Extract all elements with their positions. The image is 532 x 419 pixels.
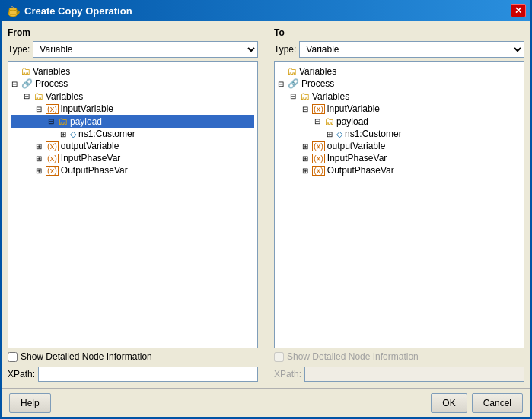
to-type-label: Type:	[274, 44, 296, 55]
tree-item[interactable]: ⊞◇ns1:Customer	[278, 128, 521, 140]
expand-icon[interactable]: ⊟	[48, 117, 57, 125]
footer-right: OK Cancel	[431, 393, 523, 413]
node-label: InputPhaseVar	[327, 153, 387, 163]
to-panel: To Type: Variable 🗂Variables⊟🔗Process⊟🗂V…	[269, 27, 524, 382]
expand-icon[interactable]: ⊞	[302, 154, 311, 163]
to-xpath-input[interactable]	[304, 367, 524, 382]
tree-item[interactable]: ⊞(x)OutputPhaseVar	[11, 164, 254, 176]
from-xpath-input[interactable]	[38, 367, 258, 382]
from-xpath-label: XPath:	[8, 369, 35, 379]
expand-icon[interactable]: ⊟	[278, 80, 287, 88]
tree-item[interactable]: ⊟🗂Variables	[11, 90, 254, 103]
close-button[interactable]: ✕	[511, 4, 526, 17]
process-icon: 🔗	[21, 78, 33, 89]
var-icon: (x)	[312, 154, 325, 163]
expand-icon[interactable]: ⊟	[290, 92, 299, 100]
node-label: inputVariable	[327, 103, 380, 114]
folder-icon: 🗂	[287, 65, 297, 77]
from-bottom: Show Detailed Node Information XPath:	[8, 351, 258, 382]
from-xpath-row: XPath:	[8, 367, 258, 382]
tree-item[interactable]: ⊟🗂payload	[11, 115, 254, 128]
tree-item[interactable]: ⊞(x)OutputPhaseVar	[278, 164, 521, 176]
help-button[interactable]: Help	[9, 393, 51, 413]
to-show-detailed-label: Show Detailed Node Information	[287, 351, 419, 362]
var-icon: (x)	[312, 141, 325, 151]
node-label: outputVariable	[61, 141, 119, 151]
ok-button[interactable]: OK	[431, 393, 467, 413]
expand-icon[interactable]: ⊟	[302, 105, 311, 113]
tree-item[interactable]: 🗂Variables	[278, 65, 521, 78]
node-label: outputVariable	[327, 141, 386, 151]
tree-item[interactable]: ⊞(x)InputPhaseVar	[278, 152, 521, 164]
from-tree[interactable]: 🗂Variables⊟🔗Process⊟🗂Variables⊟(x)inputV…	[8, 61, 258, 348]
xml-icon: ◇	[70, 129, 76, 139]
to-bottom: Show Detailed Node Information XPath:	[274, 351, 524, 382]
node-label: Process	[301, 78, 334, 89]
expand-icon[interactable]: ⊞	[60, 130, 69, 138]
from-type-row: Type: Variable	[8, 41, 258, 58]
to-show-detailed-checkbox[interactable]	[274, 352, 284, 362]
node-label: Variables	[46, 91, 83, 102]
var-icon: (x)	[46, 141, 59, 151]
folder-icon: 🗂	[21, 65, 30, 77]
from-checkbox-row: Show Detailed Node Information	[8, 351, 258, 362]
title-bar: Create Copy Operation ✕	[2, 0, 530, 21]
to-tree[interactable]: 🗂Variables⊟🔗Process⊟🗂Variables⊟(x)inputV…	[274, 61, 524, 348]
dialog-body: From Type: Variable 🗂Variables⊟🔗Process⊟…	[2, 21, 530, 388]
folder-icon: 🗂	[300, 90, 310, 102]
from-show-detailed-label: Show Detailed Node Information	[21, 351, 152, 362]
expand-icon[interactable]: ⊟	[314, 117, 323, 125]
expand-icon[interactable]: ⊞	[36, 167, 45, 175]
from-type-label: Type:	[8, 44, 30, 55]
expand-icon[interactable]: ⊞	[36, 154, 45, 163]
tree-item[interactable]: ⊟(x)inputVariable	[11, 103, 254, 115]
tree-item[interactable]: ⊟🗂payload	[278, 115, 521, 128]
folder-icon: 🗂	[58, 116, 68, 127]
to-type-select[interactable]: Variable	[299, 41, 524, 58]
to-xpath-row: XPath:	[274, 367, 524, 382]
expand-icon[interactable]: ⊞	[327, 130, 336, 138]
from-type-select[interactable]: Variable	[33, 41, 258, 58]
folder-icon: 🗂	[324, 116, 334, 127]
var-icon: (x)	[46, 166, 59, 176]
tree-item[interactable]: ⊞◇ns1:Customer	[11, 128, 254, 140]
tree-item[interactable]: ⊞(x)InputPhaseVar	[11, 152, 254, 164]
node-label: payload	[70, 116, 102, 127]
node-label: Variables	[299, 66, 336, 77]
expand-icon[interactable]: ⊟	[24, 92, 33, 100]
node-label: Variables	[33, 66, 70, 77]
dialog-title: Create Copy Operation	[24, 5, 511, 17]
node-label: payload	[336, 116, 368, 127]
tree-item[interactable]: ⊞(x)outputVariable	[278, 140, 521, 152]
tree-item[interactable]: ⊟(x)inputVariable	[278, 103, 521, 115]
to-label: To	[274, 27, 524, 38]
tree-item[interactable]: 🗂Variables	[11, 65, 254, 78]
dialog: Create Copy Operation ✕ From Type: Varia…	[0, 0, 532, 419]
folder-icon: 🗂	[33, 90, 43, 102]
tree-item[interactable]: ⊟🔗Process	[11, 78, 254, 90]
from-panel: From Type: Variable 🗂Variables⊟🔗Process⊟…	[8, 27, 263, 382]
node-label: OutputPhaseVar	[61, 165, 128, 176]
var-icon: (x)	[312, 104, 325, 114]
node-label: InputPhaseVar	[61, 153, 121, 163]
expand-icon[interactable]: ⊞	[302, 167, 311, 175]
cancel-button[interactable]: Cancel	[472, 393, 523, 413]
dialog-icon	[6, 4, 20, 17]
tree-item[interactable]: ⊟🗂Variables	[278, 90, 521, 103]
footer-left: Help	[9, 393, 51, 413]
from-show-detailed-checkbox[interactable]	[8, 352, 18, 362]
node-label: ns1:Customer	[78, 129, 135, 139]
var-icon: (x)	[46, 104, 59, 114]
node-label: Variables	[312, 91, 349, 102]
process-icon: 🔗	[288, 78, 299, 89]
expand-icon[interactable]: ⊟	[36, 105, 45, 113]
node-label: OutputPhaseVar	[327, 165, 394, 176]
tree-item[interactable]: ⊞(x)outputVariable	[11, 140, 254, 152]
svg-point-2	[9, 8, 17, 11]
dialog-footer: Help OK Cancel	[2, 388, 530, 417]
tree-item[interactable]: ⊟🔗Process	[278, 78, 521, 90]
expand-icon[interactable]: ⊞	[36, 142, 45, 151]
expand-icon[interactable]: ⊞	[302, 142, 311, 151]
node-label: Process	[35, 78, 68, 89]
expand-icon[interactable]: ⊟	[11, 80, 21, 88]
